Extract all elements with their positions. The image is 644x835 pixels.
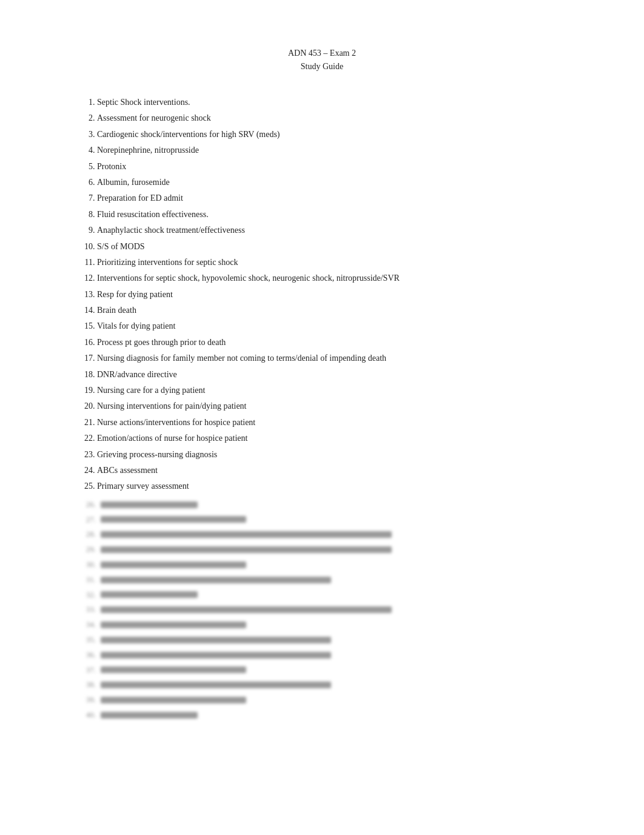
blurred-list: 26.27.28.29.30.31.32.33.34.35.36.37.38.3… — [73, 498, 571, 722]
blurred-list-item: 36. — [73, 649, 571, 662]
list-item: Emotion/actions of nurse for hospice pat… — [97, 432, 571, 445]
list-item: Fluid resuscitation effectiveness. — [97, 208, 571, 221]
blurred-list-item: 35. — [73, 634, 571, 646]
blurred-list-item: 40. — [73, 709, 571, 722]
list-item: Vitals for dying patient — [97, 320, 571, 333]
blurred-list-item: 26. — [73, 498, 571, 511]
list-item: Nursing interventions for pain/dying pat… — [97, 400, 571, 413]
list-item: Protonix — [97, 160, 571, 173]
list-item: Albumin, furosemide — [97, 176, 571, 189]
blurred-list-item: 27. — [73, 514, 571, 526]
list-item: Nursing care for a dying patient — [97, 384, 571, 397]
blurred-list-item: 33. — [73, 603, 571, 616]
list-item: S/S of MODS — [97, 240, 571, 253]
blurred-list-item: 28. — [73, 528, 571, 541]
blurred-list-item: 39. — [73, 694, 571, 706]
list-item: Nurse actions/interventions for hospice … — [97, 416, 571, 429]
study-guide-subtitle: Study Guide — [73, 62, 571, 72]
exam-title: ADN 453 – Exam 2 — [73, 49, 571, 58]
list-item: Assessment for neurogenic shock — [97, 112, 571, 125]
blurred-list-item: 38. — [73, 679, 571, 691]
list-item: Anaphylactic shock treatment/effectivene… — [97, 224, 571, 237]
header: ADN 453 – Exam 2 Study Guide — [73, 49, 571, 72]
list-item: Septic Shock interventions. — [97, 96, 571, 109]
blurred-list-item: 37. — [73, 664, 571, 677]
blurred-list-item: 29. — [73, 543, 571, 556]
list-item: Cardiogenic shock/interventions for high… — [97, 128, 571, 141]
list-item: Norepinephrine, nitroprusside — [97, 144, 571, 157]
list-item: Interventions for septic shock, hypovole… — [97, 272, 571, 285]
list-item: ABCs assessment — [97, 464, 571, 477]
list-item: Brain death — [97, 304, 571, 317]
study-guide-list: Septic Shock interventions.Assessment fo… — [73, 96, 571, 494]
main-list: Septic Shock interventions.Assessment fo… — [73, 96, 571, 494]
page: ADN 453 – Exam 2 Study Guide Septic Shoc… — [0, 0, 644, 835]
blurred-list-item: 34. — [73, 619, 571, 631]
list-item: Preparation for ED admit — [97, 192, 571, 205]
list-item: Process pt goes through prior to death — [97, 336, 571, 349]
blurred-list-item: 32. — [73, 589, 571, 602]
blurred-list-item: 30. — [73, 558, 571, 571]
list-item: Primary survey assessment — [97, 480, 571, 493]
list-item: Prioritizing interventions for septic sh… — [97, 256, 571, 269]
blurred-list-item: 31. — [73, 574, 571, 586]
list-item: Grieving process-nursing diagnosis — [97, 448, 571, 461]
list-item: DNR/advance directive — [97, 368, 571, 381]
list-item: Nursing diagnosis for family member not … — [97, 352, 571, 365]
list-item: Resp for dying patient — [97, 288, 571, 301]
